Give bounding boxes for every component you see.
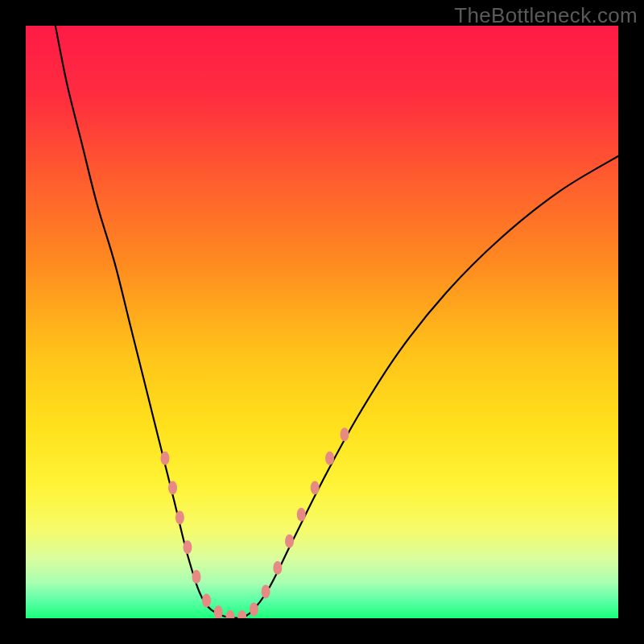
curve-left-curve — [56, 26, 239, 618]
series-group — [56, 26, 618, 618]
curve-right-curve — [239, 156, 618, 618]
marker-point — [250, 602, 258, 616]
marker-point — [160, 452, 169, 465]
curve-layer — [26, 26, 618, 618]
marker-point — [237, 610, 246, 618]
chart-container: TheBottleneck.com — [0, 0, 644, 644]
marker-point — [175, 510, 184, 524]
marker-point — [325, 452, 334, 465]
marker-point — [285, 535, 294, 548]
marker-point — [262, 584, 270, 598]
marker-point — [225, 610, 234, 618]
marker-point — [214, 605, 223, 618]
marker-point — [202, 593, 211, 607]
marker-point — [192, 570, 200, 584]
marker-point — [273, 561, 282, 575]
marker-point — [183, 540, 192, 554]
plot-area — [26, 26, 618, 618]
marker-point — [168, 481, 177, 495]
marker-point — [297, 508, 306, 522]
marker-point — [311, 481, 320, 495]
watermark-text: TheBottleneck.com — [454, 3, 638, 28]
marker-point — [340, 427, 349, 441]
marker-group — [160, 427, 349, 618]
